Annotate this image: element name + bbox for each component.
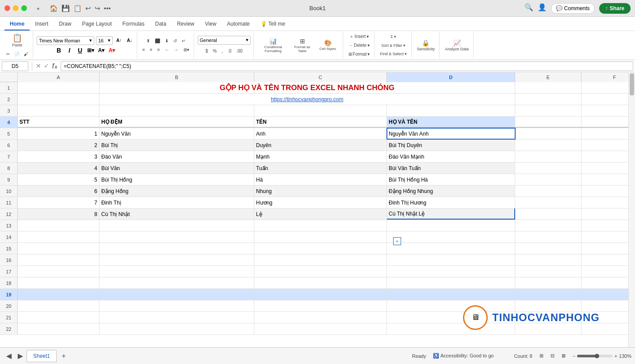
cell-a3[interactable]: [18, 105, 99, 116]
sort-filter-button[interactable]: Sort & Filter ▾: [379, 42, 407, 49]
cell-e16[interactable]: [515, 254, 581, 265]
page-break-view-icon[interactable]: ⊠: [562, 353, 566, 359]
cell-f9[interactable]: [581, 174, 628, 185]
zoom-slider[interactable]: [577, 355, 612, 357]
cell-c22[interactable]: [254, 323, 387, 334]
font-increase-button[interactable]: A↑: [115, 36, 123, 45]
sensitivity-button[interactable]: 🔒 Sensitivity: [415, 34, 437, 57]
analyze-data-button[interactable]: 📈 Analyze Data: [443, 34, 471, 57]
cell-b12[interactable]: Cù Thị Nhật: [99, 209, 254, 220]
cell-a19[interactable]: [18, 289, 99, 300]
cell-e2[interactable]: [515, 94, 581, 105]
cell-d9[interactable]: Bùi Thị Hồng Hà: [387, 174, 515, 185]
col-header-e[interactable]: E: [515, 72, 581, 82]
search-icon[interactable]: 🔍: [524, 3, 533, 14]
cell-d13[interactable]: [387, 220, 515, 231]
align-bottom-button[interactable]: ⬇: [163, 37, 170, 45]
rotate-button[interactable]: ↺: [172, 37, 179, 45]
cell-d3[interactable]: [387, 105, 515, 116]
cell-c8[interactable]: Tuấn: [254, 163, 387, 174]
cell-d17[interactable]: [387, 266, 515, 277]
cell-c19[interactable]: [254, 289, 387, 300]
zoom-out-button[interactable]: −: [573, 353, 575, 359]
cell-a13[interactable]: [18, 220, 99, 231]
toolbar-icon-home[interactable]: 🏠: [50, 4, 58, 12]
decrease-indent-button[interactable]: ←: [163, 46, 171, 54]
cell-a7[interactable]: 3: [18, 151, 99, 162]
cell-f7[interactable]: [581, 151, 628, 162]
font-size-selector[interactable]: 16 ▾: [96, 36, 113, 45]
cell-f12[interactable]: [581, 209, 628, 220]
cell-b20[interactable]: [99, 300, 254, 311]
toolbar-icon-redo[interactable]: ↪: [95, 4, 100, 12]
cell-b11[interactable]: Đinh Thị: [99, 197, 254, 208]
scrollbar-thumb-v[interactable]: [630, 73, 634, 95]
cell-merged-title[interactable]: GỘP HỌ VÀ TÊN TRONG EXCEL NHANH CHÓNG: [99, 82, 515, 93]
cell-f17[interactable]: [581, 266, 628, 277]
cell-f14[interactable]: [581, 231, 628, 243]
borders-button[interactable]: ⊞▾: [86, 46, 95, 55]
nav-left-icon[interactable]: ◀: [4, 352, 14, 360]
cell-b17[interactable]: [99, 266, 254, 277]
copy-button[interactable]: 📄: [12, 50, 21, 58]
col-header-c[interactable]: C: [254, 72, 387, 82]
cell-c13[interactable]: [254, 220, 387, 231]
percent-button[interactable]: %: [211, 47, 218, 55]
cell-b19[interactable]: [99, 289, 254, 300]
cell-c11[interactable]: Hương: [254, 197, 387, 208]
align-left-button[interactable]: ≡: [141, 46, 147, 54]
tab-data[interactable]: Data: [150, 18, 172, 30]
cell-a11[interactable]: 7: [18, 197, 99, 208]
cell-d15[interactable]: [387, 243, 515, 254]
toolbar-icon-cloud[interactable]: 📋: [73, 4, 82, 12]
cell-b13[interactable]: [99, 220, 254, 231]
cell-d18[interactable]: [387, 277, 515, 288]
cell-e3[interactable]: [515, 105, 581, 116]
cell-c4[interactable]: TÊN: [254, 117, 387, 128]
cell-b6[interactable]: Bùi Thị: [99, 140, 254, 151]
cell-styles-button[interactable]: 🎨 Cell Styles: [318, 34, 338, 57]
cell-e18[interactable]: [515, 277, 581, 288]
cell-d14[interactable]: [387, 231, 515, 243]
cell-e9[interactable]: [515, 174, 581, 185]
cell-merged-link[interactable]: https://tinhocvanphongpro.com: [99, 94, 515, 105]
toolbar-icon-undo[interactable]: ↩: [85, 4, 91, 12]
cell-b18[interactable]: [99, 277, 254, 288]
cell-f16[interactable]: [581, 254, 628, 265]
cell-a18[interactable]: [18, 277, 99, 288]
formula-input[interactable]: =CONCATENATE(B5;" ";C5): [61, 61, 633, 71]
sum-button[interactable]: Σ ▾: [387, 33, 399, 41]
table-resize-handle[interactable]: +: [393, 237, 401, 245]
cell-b8[interactable]: Bùi Văn: [99, 163, 254, 174]
cell-e7[interactable]: [515, 151, 581, 162]
cell-c6[interactable]: Duyên: [254, 140, 387, 151]
cell-b9[interactable]: Bùi Thị Hồng: [99, 174, 254, 185]
zoom-in-button[interactable]: +: [614, 353, 617, 359]
format-as-table-button[interactable]: ⊞ Format as Table: [288, 34, 316, 57]
increase-indent-button[interactable]: →: [172, 46, 180, 54]
comments-button[interactable]: 💬 Comments: [551, 3, 595, 14]
col-header-f[interactable]: F: [581, 72, 628, 82]
cell-a8[interactable]: 4: [18, 163, 99, 174]
cell-f8[interactable]: [581, 163, 628, 174]
tab-tell-me[interactable]: 💡 Tell me: [255, 18, 291, 30]
cell-c21[interactable]: [254, 312, 387, 323]
cell-f5[interactable]: [581, 128, 628, 139]
cell-c15[interactable]: [254, 243, 387, 254]
cell-b15[interactable]: [99, 243, 254, 254]
tab-insert[interactable]: Insert: [30, 18, 54, 30]
number-format-selector[interactable]: General ▾: [198, 36, 251, 45]
toolbar-icon-more[interactable]: •••: [104, 4, 111, 12]
cell-a17[interactable]: [18, 266, 99, 277]
cell-c9[interactable]: Hà: [254, 174, 387, 185]
cell-a21[interactable]: [18, 312, 99, 323]
col-header-b[interactable]: B: [99, 72, 254, 82]
cell-f18[interactable]: [581, 277, 628, 288]
align-middle-button[interactable]: ⬛: [153, 37, 162, 45]
cell-b21[interactable]: [99, 312, 254, 323]
nav-right-icon[interactable]: ▶: [16, 352, 25, 360]
cell-e1[interactable]: [515, 82, 581, 93]
cell-d11[interactable]: Đinh Thị Hương: [387, 197, 515, 208]
cell-a20[interactable]: [18, 300, 99, 311]
cell-c10[interactable]: Nhung: [254, 186, 387, 197]
